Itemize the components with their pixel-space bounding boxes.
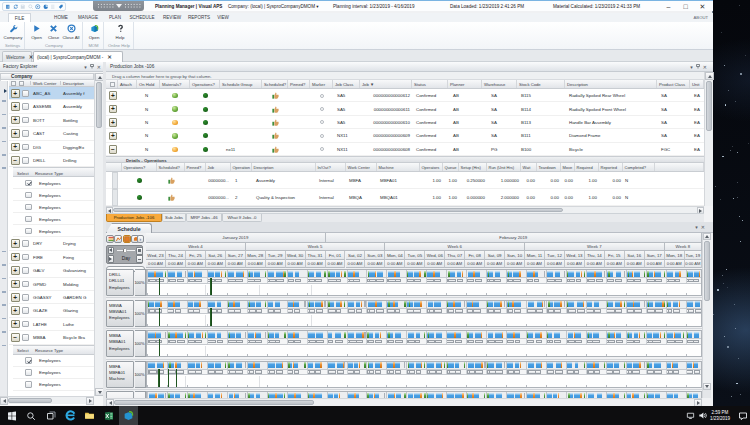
- group-by-band[interactable]: Drag a column header here to group by th…: [106, 72, 704, 80]
- resource-row[interactable]: Employees: [13, 379, 94, 391]
- work-center-row-dry[interactable]: +DRYDrying: [9, 237, 94, 250]
- scroll-thumb[interactable]: [113, 208, 563, 212]
- ribbon-tab-schedule[interactable]: SCHEDULE: [128, 13, 156, 22]
- column-expand[interactable]: [106, 80, 118, 88]
- column-desc[interactable]: Description: [565, 80, 657, 88]
- row-checkbox[interactable]: [25, 228, 32, 235]
- quick-access-toolbar[interactable]: [2, 2, 66, 11]
- expand-icon[interactable]: +: [109, 105, 117, 114]
- zoom-left-button[interactable]: [108, 247, 115, 255]
- schedule-vertical-scrollbar[interactable]: [702, 233, 711, 398]
- day-header[interactable]: Sun, 10: [505, 251, 525, 260]
- scroll-arrow-button[interactable]: [694, 399, 702, 406]
- zoom-slider[interactable]: [117, 250, 135, 251]
- row-checkbox[interactable]: [25, 216, 32, 223]
- column-attach[interactable]: Attach: [118, 80, 137, 88]
- expand-icon[interactable]: +: [11, 320, 20, 329]
- zoom-out-button[interactable]: [136, 255, 143, 263]
- work-center-row-lathe[interactable]: +LATHELathe: [9, 318, 94, 331]
- column-marker[interactable]: Marker: [310, 80, 333, 88]
- column-group[interactable]: Schedule Group: [220, 80, 262, 88]
- ribbon-tab-reports[interactable]: REPORTS: [187, 13, 211, 22]
- expand-icon[interactable]: +: [11, 239, 20, 248]
- tray-network-icon[interactable]: [686, 411, 695, 420]
- column-onhold[interactable]: On Hold: [137, 80, 160, 88]
- column-completed[interactable]: Completed?: [623, 163, 655, 171]
- resource-row[interactable]: Employees: [13, 177, 94, 189]
- resource-row[interactable]: Employees: [13, 225, 94, 237]
- schedule-tool-zig-button[interactable]: [114, 235, 122, 243]
- collapse-icon[interactable]: −: [11, 333, 20, 342]
- minimize-button[interactable]: –: [660, 1, 677, 12]
- column-required[interactable]: Required: [575, 163, 599, 171]
- day-header[interactable]: Fri, 15: [605, 251, 625, 260]
- company-indicator[interactable]: Company: (local) | SysproCompanyDMOM ▾: [228, 4, 319, 9]
- day-header[interactable]: Mon, 18: [665, 251, 685, 260]
- day-header[interactable]: Thu, 31: [306, 251, 326, 260]
- gantt-lane[interactable]: [146, 361, 702, 388]
- expand-icon[interactable]: +: [11, 280, 20, 289]
- search-icon[interactable]: [28, 4, 34, 10]
- day-header[interactable]: Sat, 26: [206, 251, 226, 260]
- scroll-thumb[interactable]: [96, 82, 102, 128]
- tag-icon[interactable]: [58, 4, 64, 10]
- pin-icon[interactable]: [90, 64, 94, 70]
- work-center-row-cast[interactable]: +CASTCasting: [9, 127, 94, 140]
- day-header[interactable]: Wed, 30: [286, 251, 306, 260]
- row-checkbox[interactable]: [22, 117, 29, 124]
- about-link[interactable]: ABOUT: [694, 13, 708, 22]
- resource-row[interactable]: Employees: [13, 367, 94, 379]
- day-header[interactable]: Tue, 12: [545, 251, 565, 260]
- work-center-row-bott[interactable]: +BOTTBottling: [9, 114, 94, 127]
- column-job[interactable]: Job: [206, 163, 231, 171]
- column-operations[interactable]: Operations?: [122, 163, 157, 171]
- scroll-thumb[interactable]: [114, 400, 314, 405]
- active-job-marker[interactable]: [159, 308, 161, 326]
- work-center-row-glaze[interactable]: +GLAZEGlazing: [9, 304, 94, 317]
- document-tab-welcome[interactable]: Welcome✕: [2, 51, 32, 62]
- day-header[interactable]: Tue, 19: [685, 251, 702, 260]
- column-ind[interactable]: [106, 163, 122, 171]
- close-icon[interactable]: ✕: [703, 65, 707, 70]
- day-header[interactable]: Fri, 01: [326, 251, 346, 260]
- column-operators[interactable]: Operators: [420, 163, 443, 171]
- row-checkbox[interactable]: [22, 321, 29, 328]
- column-desc[interactable]: Description: [252, 163, 316, 171]
- jobs-tab-mrp-jobs-46[interactable]: MRP Jobs -46: [186, 214, 222, 222]
- tray-volume-icon[interactable]: [698, 411, 707, 420]
- collapse-icon[interactable]: −: [109, 145, 117, 154]
- ribbon-button-close-all[interactable]: Close All: [59, 24, 83, 40]
- dropdown-icon[interactable]: ▾: [690, 65, 693, 70]
- day-header[interactable]: Mon, 04: [385, 251, 405, 260]
- column-queue[interactable]: Queue: [443, 163, 459, 171]
- scroll-arrow-button[interactable]: [703, 383, 711, 390]
- day-header[interactable]: Thu, 14: [585, 251, 605, 260]
- scroll-thumb[interactable]: [704, 241, 710, 301]
- day-header[interactable]: Thu, 24: [166, 251, 186, 260]
- active-job-marker[interactable]: [158, 369, 160, 387]
- taskbar-taskview-icon[interactable]: [41, 406, 60, 425]
- column-description[interactable]: Description: [63, 81, 84, 86]
- row-checkbox[interactable]: [25, 204, 32, 211]
- explorer-vertical-scrollbar[interactable]: [94, 73, 103, 396]
- work-center-row-abc_as[interactable]: +ABC_ASAssembly f: [9, 87, 94, 100]
- data-load-widget[interactable]: [93, 1, 144, 11]
- ribbon-tab-file[interactable]: FILE: [8, 13, 31, 22]
- ribbon-tab-review[interactable]: REVIEW: [161, 13, 183, 22]
- column-move[interactable]: Move: [561, 163, 575, 171]
- schedule-tool-box-button[interactable]: [123, 235, 131, 243]
- scroll-arrow-button[interactable]: [95, 73, 103, 81]
- tab-close-icon[interactable]: ✕: [107, 54, 112, 60]
- save-icon[interactable]: [20, 4, 26, 10]
- resource-row-mbfa[interactable]: MBFAMBFA01Machine100%: [106, 361, 710, 388]
- collapse-icon[interactable]: −: [11, 156, 20, 165]
- expand-icon[interactable]: +: [11, 129, 20, 138]
- work-center-row-mbba[interactable]: −MBBABicycle Bra: [9, 331, 94, 344]
- expand-icon[interactable]: +: [109, 132, 117, 141]
- work-center-row-galv[interactable]: +GALVGalvanizing: [9, 264, 94, 277]
- column-wc[interactable]: Work Center: [346, 163, 377, 171]
- ribbon-tab-manage[interactable]: MANAGE: [75, 13, 101, 22]
- pie-icon[interactable]: [43, 4, 49, 10]
- work-center-row-gpmd[interactable]: +GPMDMolding: [9, 278, 94, 291]
- column-stock[interactable]: Stock Code: [517, 80, 565, 88]
